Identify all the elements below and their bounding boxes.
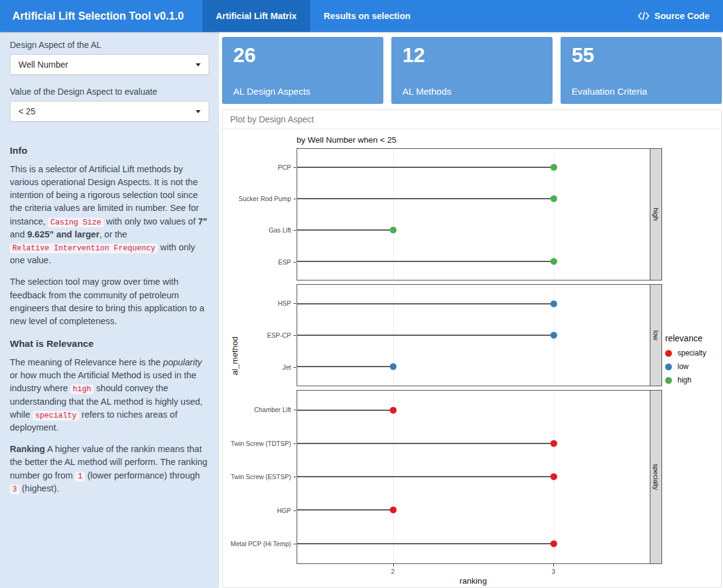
x-axis-title: ranking <box>460 576 487 586</box>
facet-container: PCPSucker Rod PumpGas LiftESPhighHSPESP-… <box>223 148 721 564</box>
y-tick-label: ESP-CP <box>267 332 291 339</box>
legend: relevancespecialtylowhigh <box>665 333 718 389</box>
y-tick-mark <box>294 410 296 410</box>
code-icon <box>637 11 650 21</box>
lollipop-stem <box>297 167 554 168</box>
legend-label: specialty <box>677 349 706 357</box>
x-tick-label: 2 <box>391 568 395 575</box>
tab-artificial-lift-matrix[interactable]: Artificial Lift Matrix <box>202 0 310 32</box>
legend-item-low: low <box>665 362 718 371</box>
design-aspect-label: Design Aspect of the AL <box>10 40 209 50</box>
facet-high: PCPSucker Rod PumpGas LiftESPhigh <box>223 148 721 280</box>
x-tick-mark <box>393 564 394 566</box>
lollipop-stem <box>297 198 554 199</box>
x-axis: 23ranking <box>223 564 721 587</box>
y-tick-label: Twin Screw (ESTSP) <box>231 473 291 480</box>
y-tick-mark <box>294 477 296 477</box>
facet-specialty: Chamber LiftTwin Screw (TDTSP)Twin Screw… <box>223 390 721 564</box>
y-tick-mark <box>294 262 296 263</box>
data-point <box>550 301 557 308</box>
data-point <box>390 227 397 234</box>
app-title: Artificial Lift Selection Tool v0.1.0 <box>0 0 196 32</box>
y-tick-mark <box>294 199 296 199</box>
data-point <box>390 407 397 414</box>
relevance-heading: What is Relevance <box>10 338 209 349</box>
chevron-down-icon <box>196 110 201 113</box>
value-box-al-methods: 12 AL Methods <box>391 37 553 104</box>
facet-strip-high: high <box>650 148 662 280</box>
content-row: Design Aspect of the AL Well Number Valu… <box>0 32 723 588</box>
y-tick-mark <box>294 303 296 304</box>
info-paragraph-2: The selection tool may grow over time wi… <box>10 276 209 328</box>
legend-key-specialty <box>665 350 672 357</box>
chart-title: by Well Number when < 25 <box>223 129 721 148</box>
y-tick-mark <box>294 335 296 336</box>
plot-card-header: Plot by Design Aspect <box>223 110 721 129</box>
y-tick-label: Sucker Rod Pump <box>239 195 291 202</box>
value-box-label: AL Methods <box>402 86 541 97</box>
value-boxes: 26 AL Design Aspects 12 AL Methods 55 Ev… <box>222 37 722 104</box>
y-tick-mark <box>294 544 296 544</box>
data-point <box>550 332 557 339</box>
y-tick-mark <box>294 367 296 368</box>
navbar: Artificial Lift Selection Tool v0.1.0 Ar… <box>0 0 723 32</box>
legend-label: low <box>677 362 689 371</box>
data-point <box>550 258 557 264</box>
tab-results-on-selection[interactable]: Results on selection <box>310 0 424 32</box>
relevance-paragraph: The meaning of Relevance here is the pop… <box>10 356 209 434</box>
nav-tabs: Artificial Lift Matrix Results on select… <box>202 0 424 32</box>
plot-canvas: by Well Number when < 25al_methodPCPSuck… <box>223 129 721 587</box>
lollipop-stem <box>297 410 393 411</box>
plot-card: Plot by Design Aspect by Well Number whe… <box>222 109 722 588</box>
lollipop-stem <box>297 509 393 511</box>
aspect-value-select[interactable]: < 25 <box>10 101 209 122</box>
lollipop-stem <box>297 443 554 444</box>
data-point <box>390 364 397 370</box>
legend-item-specialty: specialty <box>665 349 718 357</box>
lollipop-stem <box>297 476 554 477</box>
design-aspect-select[interactable]: Well Number <box>10 54 209 75</box>
y-tick-label: PCP <box>278 164 291 171</box>
data-point <box>550 196 557 202</box>
lollipop-stem <box>297 261 554 262</box>
value-box-number: 12 <box>402 44 541 66</box>
y-tick-label: Metal PCP (Hi Temp) <box>231 540 291 547</box>
y-tick-mark <box>294 230 296 231</box>
lollipop-stem <box>297 335 554 336</box>
facet-strip-label: high <box>652 208 660 221</box>
chevron-down-icon <box>196 63 201 66</box>
x-axis-area: 23ranking <box>297 564 650 587</box>
value-box-number: 26 <box>233 44 372 66</box>
lollipop-stem <box>297 366 393 367</box>
value-box-label: AL Design Aspects <box>233 86 372 97</box>
aspect-value-select-value: < 25 <box>18 106 36 116</box>
facet-strip-label: low <box>652 330 660 341</box>
facet-strip-label: specialty <box>652 464 660 490</box>
facet-panel-low <box>297 284 650 386</box>
lollipop-stem <box>297 543 554 544</box>
legend-gutter <box>662 390 721 564</box>
y-tick-label: Twin Screw (TDTSP) <box>231 440 291 447</box>
value-box-number: 55 <box>572 44 711 66</box>
y-axis-labels: PCPSucker Rod PumpGas LiftESP <box>223 148 297 280</box>
legend-item-high: high <box>665 376 718 384</box>
aspect-value-label: Value of the Design Aspect to evaluate <box>10 87 209 97</box>
lollipop-stem <box>297 229 393 231</box>
legend-title: relevance <box>665 333 718 343</box>
info-paragraph-1: This is a selector of Artificial Lift me… <box>10 163 209 267</box>
y-tick-label: Gas Lift <box>269 226 291 234</box>
facet-strip-low: low <box>650 284 662 386</box>
y-axis-labels: HSPESP-CPJet <box>223 284 297 386</box>
y-tick-label: Chamber Lift <box>254 406 291 413</box>
y-tick-mark <box>294 443 296 444</box>
facet-panel-specialty <box>297 390 650 564</box>
value-box-al-design-aspects: 26 AL Design Aspects <box>222 37 383 104</box>
y-tick-label: HSP <box>278 300 291 307</box>
facet-low: HSPESP-CPJetlow <box>223 284 721 386</box>
sidebar: Design Aspect of the AL Well Number Valu… <box>0 32 219 588</box>
y-tick-label: HGP <box>277 507 291 514</box>
main-panel: 26 AL Design Aspects 12 AL Methods 55 Ev… <box>219 32 723 588</box>
source-code-link[interactable]: Source Code <box>637 0 723 32</box>
x-tick-mark <box>553 564 554 566</box>
y-tick-label: ESP <box>278 258 291 266</box>
